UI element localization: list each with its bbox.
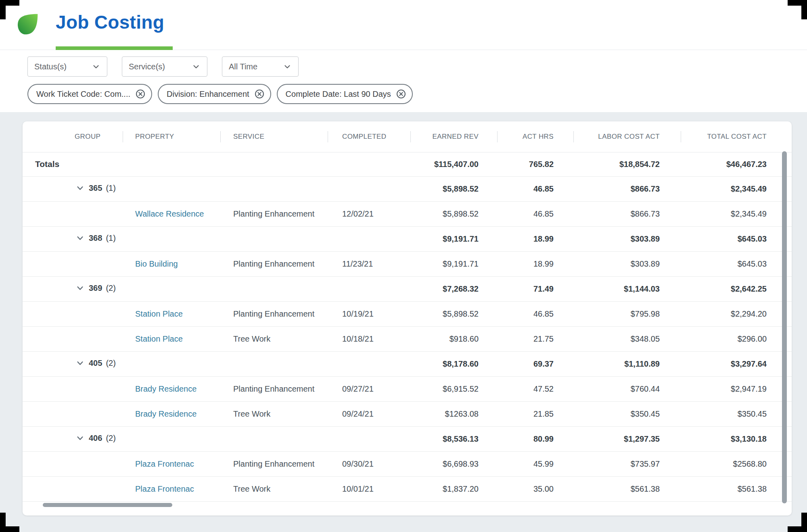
earned-rev-cell: $5,898.52: [410, 176, 497, 201]
column-header-completed[interactable]: COMPLETED: [328, 121, 410, 152]
column-header-labor-cost-act[interactable]: LABOR COST ACT: [573, 121, 681, 152]
column-header-service[interactable]: SERVICE: [220, 121, 328, 152]
earned-rev-cell: $6,698.93: [410, 451, 497, 476]
active-tab-indicator: [56, 46, 173, 50]
chevron-down-icon: [76, 434, 84, 442]
time-range-dropdown[interactable]: All Time: [222, 56, 299, 77]
property-link[interactable]: Station Place: [135, 334, 183, 343]
service-filter-dropdown[interactable]: Service(s): [122, 56, 207, 77]
completed-cell: 10/19/21: [328, 301, 410, 326]
group-count: (2): [106, 359, 115, 368]
act-hrs-cell: 69.37: [497, 351, 573, 376]
status-filter-dropdown[interactable]: Status(s): [27, 56, 107, 77]
completed-cell: 09/24/21: [328, 401, 410, 426]
completed-cell: 11/23/21: [328, 251, 410, 276]
service-cell: Planting Enhancement: [220, 201, 328, 226]
total-cost-act-cell: $3,297.64: [681, 351, 792, 376]
filter-chip-complete-date[interactable]: Complete Date: Last 90 Days: [277, 84, 413, 104]
filter-chip-work-ticket-code[interactable]: Work Ticket Code: Com....: [27, 84, 152, 104]
group-toggle[interactable]: 405(2): [23, 359, 116, 368]
completed-cell: 09/27/21: [328, 376, 410, 401]
earned-rev-cell: $5,898.52: [410, 301, 497, 326]
filter-chip-division[interactable]: Division: Enhancement: [158, 84, 271, 104]
totals-act-hrs: 765.82: [497, 152, 573, 176]
labor-cost-act-cell: $348.05: [573, 326, 681, 351]
group-number: 365: [89, 184, 102, 193]
filter-bar: Status(s) Service(s) All Time Work Ticke…: [0, 50, 807, 112]
detail-row: Plaza FrontenacTree Work10/01/21$1,837.2…: [23, 476, 792, 501]
horizontal-scrollbar[interactable]: [43, 503, 172, 507]
property-link[interactable]: Wallace Residence: [135, 209, 204, 218]
column-header-act-hrs[interactable]: ACT HRS: [497, 121, 573, 152]
crop-mark-bottom-right: [788, 513, 807, 532]
circle-x-icon[interactable]: [135, 89, 146, 99]
dropdown-label: All Time: [229, 62, 257, 71]
dropdown-label: Service(s): [129, 62, 165, 71]
page-title[interactable]: Job Costing: [56, 11, 164, 33]
group-toggle[interactable]: 369(2): [23, 284, 116, 293]
content-area: GROUP PROPERTY SERVICE COMPLETED EARNED …: [0, 112, 807, 532]
group-row-369: 369(2)$7,268.3271.49$1,144.03$2,642.25: [23, 276, 792, 301]
group-count: (1): [106, 184, 115, 193]
detail-row: Bio BuildingPlanting Enhancement11/23/21…: [23, 251, 792, 276]
column-header-earned-rev[interactable]: EARNED REV: [410, 121, 497, 152]
total-cost-act-cell: $2,294.20: [681, 301, 792, 326]
act-hrs-cell: 21.75: [497, 326, 573, 351]
group-row-405: 405(2)$8,178.6069.37$1,110.89$3,297.64: [23, 351, 792, 376]
completed-cell: 09/30/21: [328, 451, 410, 476]
circle-x-icon[interactable]: [396, 89, 406, 99]
completed-cell: 10/18/21: [328, 326, 410, 351]
earned-rev-cell: $9,191.71: [410, 251, 497, 276]
total-cost-act-cell: $2,345.49: [681, 176, 792, 201]
property-link[interactable]: Plaza Frontenac: [135, 459, 194, 468]
column-header-group[interactable]: GROUP: [23, 121, 123, 152]
table-card: GROUP PROPERTY SERVICE COMPLETED EARNED …: [23, 121, 792, 515]
totals-total-cost-act: $46,467.23: [681, 152, 792, 176]
table-body: Totals $115,407.00 765.82 $18,854.72 $46…: [23, 152, 792, 501]
earned-rev-cell: $9,191.71: [410, 226, 497, 251]
total-cost-act-cell: $350.45: [681, 401, 792, 426]
labor-cost-act-cell: $350.45: [573, 401, 681, 426]
group-number: 368: [89, 234, 102, 243]
act-hrs-cell: 71.49: [497, 276, 573, 301]
labor-cost-act-cell: $795.98: [573, 301, 681, 326]
vertical-scrollbar[interactable]: [782, 151, 787, 503]
circle-x-icon[interactable]: [254, 89, 265, 99]
property-link[interactable]: Brady Residence: [135, 384, 197, 393]
labor-cost-act-cell: $735.97: [573, 451, 681, 476]
total-cost-act-cell: $645.03: [681, 251, 792, 276]
chip-label: Division: Enhancement: [167, 90, 249, 99]
group-number: 369: [89, 284, 102, 293]
group-row-365: 365(1)$5,898.5246.85$866.73$2,345.49: [23, 176, 792, 201]
property-link[interactable]: Station Place: [135, 309, 183, 318]
job-costing-table: GROUP PROPERTY SERVICE COMPLETED EARNED …: [23, 121, 792, 502]
column-header-total-cost-act[interactable]: TOTAL COST ACT: [681, 121, 792, 152]
labor-cost-act-cell: $303.89: [573, 226, 681, 251]
total-cost-act-cell: $561.38: [681, 476, 792, 501]
property-link[interactable]: Brady Residence: [135, 409, 197, 418]
labor-cost-act-cell: $303.89: [573, 251, 681, 276]
group-row-406: 406(2)$8,536.1380.99$1,297.35$3,130.18: [23, 426, 792, 451]
group-number: 405: [89, 359, 102, 368]
column-header-property[interactable]: PROPERTY: [123, 121, 220, 152]
labor-cost-act-cell: $760.44: [573, 376, 681, 401]
group-toggle[interactable]: 368(1): [23, 234, 116, 243]
labor-cost-act-cell: $866.73: [573, 201, 681, 226]
chip-label: Complete Date: Last 90 Days: [286, 90, 391, 99]
detail-row: Brady ResidenceTree Work09/24/21$1263.08…: [23, 401, 792, 426]
group-toggle[interactable]: 365(1): [23, 184, 116, 193]
chevron-down-icon: [283, 62, 292, 71]
chevron-down-icon: [76, 359, 84, 367]
group-toggle[interactable]: 406(2): [23, 434, 116, 443]
crop-mark-top-left: [0, 0, 19, 19]
total-cost-act-cell: $2,947.19: [681, 376, 792, 401]
chip-label: Work Ticket Code: Com....: [36, 90, 130, 99]
property-link[interactable]: Bio Building: [135, 259, 178, 268]
detail-row: Station PlacePlanting Enhancement10/19/2…: [23, 301, 792, 326]
act-hrs-cell: 47.52: [497, 376, 573, 401]
detail-row: Station PlaceTree Work10/18/21$918.6021.…: [23, 326, 792, 351]
earned-rev-cell: $918.60: [410, 326, 497, 351]
property-link[interactable]: Plaza Frontenac: [135, 484, 194, 493]
service-cell: Tree Work: [220, 476, 328, 501]
labor-cost-act-cell: $1,297.35: [573, 426, 681, 451]
